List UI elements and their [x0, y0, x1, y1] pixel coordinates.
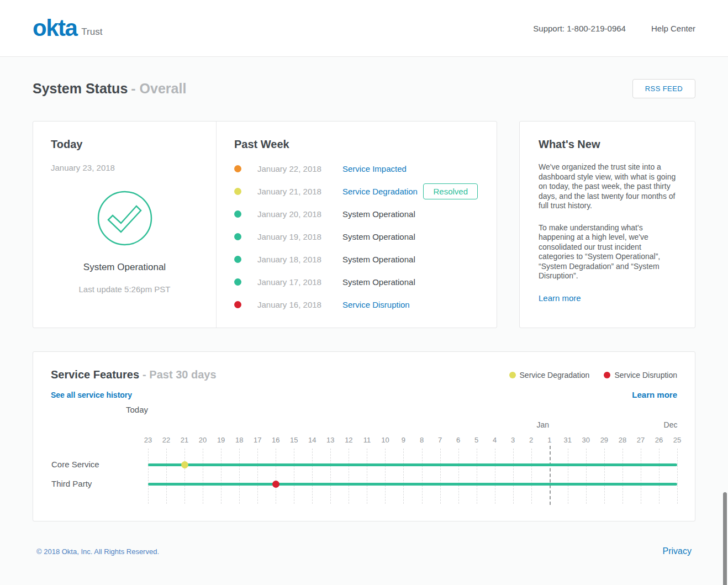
status-dot-icon [234, 278, 241, 286]
whats-new-card: What's New We've organized the trust sit… [519, 121, 695, 328]
incident-dot[interactable] [272, 481, 279, 488]
day-tick-label: 13 [326, 436, 334, 444]
day-tick-label: 7 [438, 436, 442, 444]
service-features-title-group: Service Features- Past 30 days [51, 368, 217, 381]
vertical-scrollbar[interactable] [723, 492, 727, 585]
disruption-dot-icon [604, 372, 610, 378]
service-features-title: Service Features [51, 368, 139, 381]
day-tick-label: 26 [655, 436, 663, 444]
incident-date: January 17, 2018 [257, 277, 342, 287]
day-gridline [239, 449, 240, 504]
day-tick-label: 5 [474, 436, 478, 444]
day-tick-label: 27 [637, 436, 645, 444]
incident-date: January 19, 2018 [257, 232, 342, 241]
day-gridline [677, 449, 678, 504]
day-gridline [349, 449, 349, 504]
today-panel: Today January 23, 2018 System Operationa… [33, 122, 217, 328]
past-week-row: January 19, 2018System Operational [234, 225, 479, 248]
resolved-badge-button[interactable]: Resolved [423, 183, 478, 199]
incident-dot[interactable] [181, 461, 188, 468]
past-week-panel: Past Week January 22, 2018Service Impact… [217, 122, 497, 328]
status-dot-icon [234, 188, 241, 195]
day-gridline [367, 449, 367, 504]
day-tick-label: 31 [564, 436, 572, 444]
day-tick-label: 1 [547, 436, 551, 444]
day-tick-label: 10 [381, 436, 389, 444]
header-links: Support: 1-800-219-0964 Help Center [533, 24, 695, 33]
status-cards-row: Today January 23, 2018 System Operationa… [33, 121, 695, 328]
day-tick-label: 3 [511, 436, 515, 444]
day-gridline [385, 449, 386, 504]
past-week-row: January 21, 2018Service DegradationResol… [234, 180, 479, 203]
past-week-row: January 17, 2018System Operational [234, 271, 479, 293]
month-label: Dec [664, 420, 678, 429]
incident-date: January 21, 2018 [257, 187, 342, 196]
status-dot-icon [234, 210, 241, 218]
see-all-service-history-link[interactable]: See all service history [51, 391, 132, 399]
day-tick-label: 29 [600, 436, 608, 444]
okta-logo[interactable]: okta [33, 18, 77, 39]
status-dot-icon [234, 233, 241, 240]
incident-date: January 20, 2018 [257, 209, 342, 219]
day-gridline [550, 446, 551, 505]
chart-today-label: Today [126, 405, 148, 414]
day-gridline [531, 449, 532, 504]
page-title: System Status [33, 81, 128, 96]
day-gridline [276, 449, 276, 504]
day-gridline [623, 449, 623, 504]
status-card: Today January 23, 2018 System Operationa… [33, 121, 497, 328]
incident-status[interactable]: Service Impacted [342, 164, 407, 173]
day-gridline [312, 449, 313, 504]
past-week-row: January 18, 2018System Operational [234, 248, 479, 271]
today-status-label: System Operational [51, 262, 198, 273]
support-phone-label: Support: 1-800-219-0964 [533, 24, 626, 33]
whats-new-title: What's New [539, 138, 676, 151]
rss-feed-button[interactable]: RSS FEED [632, 79, 695, 98]
past-week-title: Past Week [234, 138, 479, 151]
service-features-card: Service Features- Past 30 days Service D… [33, 351, 695, 521]
status-dot-icon [234, 301, 241, 308]
day-gridline [203, 449, 203, 504]
okta-trust-logo[interactable]: okta Trust [33, 18, 102, 39]
day-gridline [148, 449, 149, 504]
privacy-link[interactable]: Privacy [663, 546, 692, 556]
chart-legend: Service Degradation Service Disruption [509, 371, 677, 380]
day-tick-label: 9 [402, 436, 405, 444]
timeline-chart: Today 2322212019181716151413121110987654… [51, 403, 677, 511]
service-features-learn-more-link[interactable]: Learn more [632, 390, 677, 399]
day-tick-label: 30 [582, 436, 590, 444]
past-week-list: January 22, 2018Service ImpactedJanuary … [234, 157, 479, 316]
day-gridline [586, 449, 587, 504]
incident-status: System Operational [342, 232, 415, 241]
day-tick-label: 14 [308, 436, 316, 444]
month-label: Jan [536, 420, 549, 429]
logo-suffix-label: Trust [81, 27, 102, 38]
day-gridline [659, 449, 660, 504]
last-update-label: Last update 5:26pm PST [51, 284, 198, 294]
legend-item-degradation: Service Degradation [509, 371, 590, 380]
day-gridline [166, 449, 167, 504]
service-features-title-suffix: - Past 30 days [143, 368, 216, 381]
past-week-row: January 22, 2018Service Impacted [234, 157, 479, 180]
day-gridline [477, 449, 477, 504]
day-tick-label: 28 [619, 436, 626, 444]
whats-new-learn-more-link[interactable]: Learn more [539, 293, 581, 303]
status-dot-icon [234, 256, 241, 263]
day-tick-label: 15 [290, 436, 298, 444]
help-center-link[interactable]: Help Center [651, 24, 695, 33]
day-gridline [422, 449, 423, 504]
top-header: okta Trust Support: 1-800-219-0964 Help … [0, 0, 728, 57]
page-title-row: System Status- Overall RSS FEED [33, 79, 695, 98]
incident-status: System Operational [342, 255, 415, 264]
service-features-links-row: See all service history Learn more [51, 390, 677, 399]
today-title: Today [51, 138, 198, 151]
day-gridline [495, 449, 495, 504]
legend-item-disruption: Service Disruption [604, 371, 677, 380]
day-gridline [513, 449, 514, 504]
incident-status[interactable]: Service Disruption [342, 300, 410, 309]
day-gridline [330, 449, 331, 504]
incident-status[interactable]: Service Degradation [342, 187, 418, 196]
day-gridline [294, 449, 294, 504]
status-dot-icon [234, 165, 241, 172]
service-status-line [148, 463, 677, 466]
